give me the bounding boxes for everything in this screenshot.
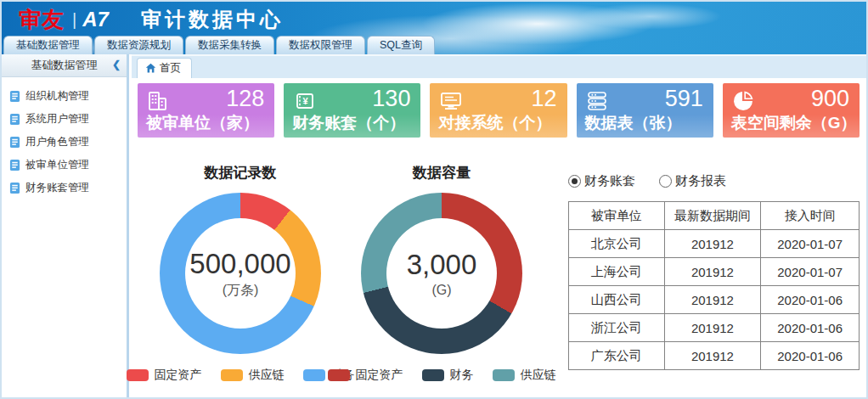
donut-chart-volume: 3,000 (G) — [361, 193, 522, 354]
legend-item-supply-chain[interactable]: 供应链 — [221, 368, 285, 383]
audit-data-center-window: 审友 | A7 审计数据中心 基础数据管理 数据资源规划 数据采集转换 数据权限… — [0, 0, 868, 399]
legend-swatch — [303, 369, 325, 381]
col-header-access-time: 接入时间 — [761, 202, 860, 230]
nav-tab-data-resource-planning[interactable]: 数据资源规划 — [94, 36, 183, 54]
nav-tab-data-collection[interactable]: 数据采集转换 — [185, 36, 274, 54]
radio-label: 财务报表 — [675, 173, 726, 189]
sidebar-item-audited-units[interactable]: 被审单位管理 — [9, 154, 127, 177]
legend-item-finance[interactable]: 财务 — [422, 368, 474, 383]
kpi-card-connected-systems: 12 对接系统（个） — [430, 83, 566, 138]
main-area: 首页 128 被审单位（家） ¥ 130 财务账套（个） — [132, 54, 866, 397]
radio-icon[interactable] — [659, 175, 672, 188]
radio-finance-report[interactable]: 财务报表 — [659, 173, 726, 189]
radio-finance-ledger[interactable]: 财务账套 — [568, 173, 635, 189]
doc-icon — [9, 90, 20, 103]
sidebar-header: 基础数据管理 ❮ — [2, 54, 127, 77]
chart-title: 数据记录数 — [138, 163, 342, 183]
sidebar: 基础数据管理 ❮ 组织机构管理 系统用户管理 用户角色管理 被审单位管理 — [2, 54, 129, 397]
cell-unit: 上海公司 — [569, 258, 665, 286]
tab-home[interactable]: 首页 — [137, 58, 192, 78]
content-tabbar: 首页 — [132, 54, 866, 78]
donut-chart-records: 500,000 (万条) — [160, 193, 321, 354]
donut-center-label: 500,000 (万条) — [160, 193, 321, 354]
legend-swatch — [328, 369, 350, 381]
table-row: 广东公司 201912 2020-01-06 — [569, 342, 860, 370]
cell-unit: 广东公司 — [569, 342, 665, 370]
legend-records: 固定资产 供应链 财务 — [138, 368, 342, 383]
page-title: 审计数据中心 — [141, 6, 284, 33]
cell-unit: 北京公司 — [569, 230, 665, 258]
kpi-card-data-tables: 591 数据表（张） — [577, 83, 713, 138]
nav-tab-sql-query[interactable]: SQL查询 — [367, 36, 435, 54]
table-header-row: 被审单位 最新数据期间 接入时间 — [569, 202, 860, 230]
legend-swatch — [422, 369, 444, 381]
legend-item-fixed-assets[interactable]: 固定资产 — [127, 368, 202, 383]
cell-time: 2020-01-06 — [761, 286, 860, 314]
kpi-label: 被审单位（家） — [146, 112, 259, 134]
donut-total-value: 500,000 — [189, 248, 290, 280]
table-row: 上海公司 201912 2020-01-07 — [569, 258, 860, 286]
nav-tab-basic-data[interactable]: 基础数据管理 — [3, 36, 93, 54]
cell-unit: 山西公司 — [569, 286, 665, 314]
legend-swatch — [127, 369, 149, 381]
tab-home-label: 首页 — [160, 61, 181, 76]
sidebar-item-finance-ledgers[interactable]: 财务账套管理 — [9, 177, 127, 200]
doc-icon — [9, 136, 20, 149]
cell-period: 201912 — [664, 314, 761, 342]
table-row: 浙江公司 201912 2020-01-06 — [569, 314, 860, 342]
legend-label: 固定资产 — [155, 368, 202, 383]
kpi-label: 对接系统（个） — [438, 112, 551, 134]
kpi-label: 表空间剩余（G） — [731, 112, 857, 134]
header-sky-banner: 审友 | A7 审计数据中心 基础数据管理 数据资源规划 数据采集转换 数据权限… — [2, 2, 866, 54]
legend-label: 财务 — [450, 368, 474, 383]
cell-period: 201912 — [664, 230, 761, 258]
legend-item-fixed-assets[interactable]: 固定资产 — [328, 368, 403, 383]
sidebar-item-user-roles[interactable]: 用户角色管理 — [9, 131, 127, 154]
kpi-card-finance-ledgers: ¥ 130 财务账套（个） — [284, 83, 420, 138]
kpi-value: 128 — [226, 86, 264, 112]
radio-icon[interactable] — [568, 175, 581, 188]
chart-data-volume: 数据容量 3,000 (G) 固定资产 财务 — [340, 163, 544, 383]
donut-total-unit: (万条) — [223, 282, 259, 300]
kpi-cards-row: 128 被审单位（家） ¥ 130 财务账套（个） 12 对接系统（个） — [138, 83, 860, 138]
legend-swatch — [221, 369, 243, 381]
svg-text:¥: ¥ — [303, 96, 309, 106]
doc-icon — [9, 159, 20, 171]
legend-label: 供应链 — [249, 368, 285, 383]
donut-center-label: 3,000 (G) — [361, 193, 522, 354]
kpi-card-audited-units: 128 被审单位（家） — [138, 83, 274, 138]
nav-tab-data-permissions[interactable]: 数据权限管理 — [276, 36, 365, 54]
brand: 审友 | A7 审计数据中心 — [19, 6, 284, 33]
donut-total-unit: (G) — [431, 283, 451, 298]
kpi-value: 12 — [532, 86, 557, 112]
legend-swatch — [493, 369, 515, 381]
chart-title: 数据容量 — [340, 163, 544, 183]
legend-item-supply-chain[interactable]: 供应链 — [493, 368, 556, 383]
home-icon — [145, 63, 156, 74]
doc-icon — [9, 182, 20, 194]
cell-period: 201912 — [664, 286, 761, 314]
ledger-panel: 财务账套 财务报表 被审单位 最新数据期间 接入时间 — [568, 173, 861, 370]
col-header-latest-period: 最新数据期间 — [664, 202, 761, 230]
cell-period: 201912 — [664, 342, 761, 370]
kpi-card-tablespace-remaining: 900 表空间剩余（G） — [723, 83, 860, 138]
sidebar-item-system-users[interactable]: 系统用户管理 — [9, 108, 127, 131]
kpi-value: 591 — [665, 86, 703, 112]
sidebar-item-label: 财务账套管理 — [25, 181, 89, 195]
logo-divider: | — [72, 10, 76, 30]
sidebar-item-label: 组织机构管理 — [25, 89, 89, 104]
kpi-value: 900 — [811, 86, 849, 112]
radio-label: 财务账套 — [584, 173, 635, 189]
cell-time: 2020-01-07 — [761, 230, 860, 258]
kpi-value: 130 — [372, 86, 410, 112]
logo-a7: A7 — [82, 8, 109, 31]
sidebar-item-org-management[interactable]: 组织机构管理 — [9, 85, 127, 108]
donut-total-value: 3,000 — [407, 249, 477, 281]
sidebar-item-label: 被审单位管理 — [25, 158, 89, 172]
kpi-label: 数据表（张） — [585, 112, 682, 134]
legend-volume: 固定资产 财务 供应链 — [340, 368, 544, 383]
sidebar-collapse-icon[interactable]: ❮ — [112, 59, 121, 70]
cell-period: 201912 — [664, 258, 761, 286]
sidebar-menu: 组织机构管理 系统用户管理 用户角色管理 被审单位管理 财务账套管理 — [2, 77, 127, 200]
col-header-audited-unit: 被审单位 — [569, 202, 665, 230]
